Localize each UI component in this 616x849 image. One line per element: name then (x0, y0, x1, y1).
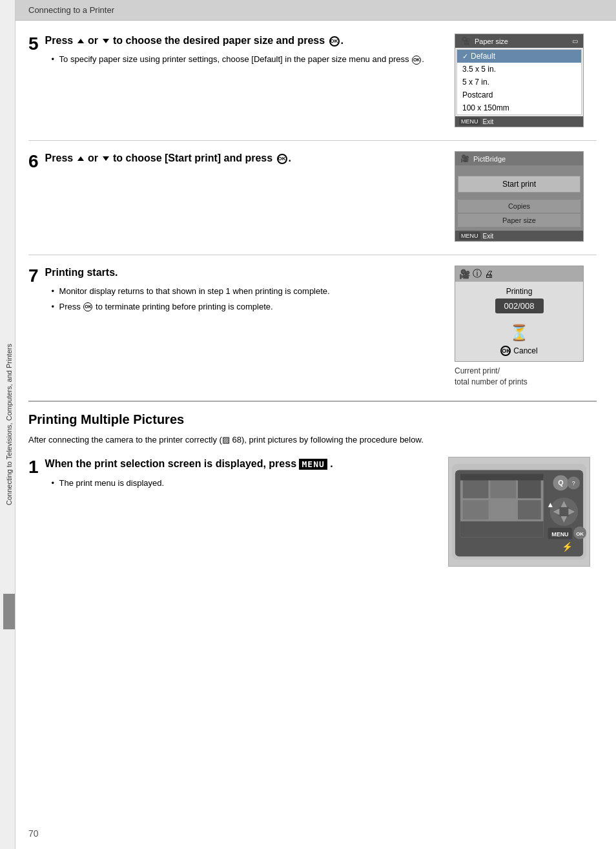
step-5-bullet-1: To specify paper size using printer sett… (52, 53, 424, 66)
ok-circle-icon: OK (500, 346, 511, 356)
screen-row-5x7: 5 x 7 in. (457, 76, 581, 89)
step-1-multi-image: Q ? (448, 457, 597, 567)
step-5-title: Press or to choose the desired paper siz… (45, 34, 424, 48)
pb-paper-size: Paper size (458, 214, 580, 227)
step-7-bullets: Monitor display returns to that shown in… (45, 285, 330, 313)
screen-5-header: 🎥 Paper size ▭ (455, 34, 583, 48)
screen-row-default: ✓ Default (457, 50, 581, 63)
ok-button-icon-5: OK (329, 36, 340, 47)
main-content: Connecting to a Printer 5 Press or (15, 0, 616, 849)
section-heading: Printing Multiple Pictures (28, 412, 597, 427)
step-5-bullets: To specify paper size using printer sett… (45, 53, 424, 66)
step-7-bullet-1: Monitor display returns to that shown in… (52, 285, 330, 298)
svg-rect-7 (490, 501, 516, 520)
screen-5-footer: MENU Exit (455, 116, 583, 127)
header-title: Connecting to a Printer (28, 5, 114, 15)
triangle-down-icon-5 (103, 39, 109, 43)
ok-icon-5b: OK (412, 56, 421, 65)
svg-text:?: ? (572, 481, 575, 487)
print-screen: 🎥 ⓘ 🖨 Printing 002/008 ⏳ OK Cancel (455, 266, 584, 362)
section-intro: After connecting the camera to the print… (28, 434, 597, 447)
info-icon-7: ⓘ (473, 268, 482, 280)
menu-label-5: MENU (459, 118, 480, 125)
ok-icon-7: OK (83, 302, 92, 311)
camera-icon-6: 🎥 (460, 154, 469, 163)
print-caption: Current print/ total number of prints (455, 366, 597, 388)
step-5: 5 Press or to choose the desired paper s… (28, 34, 597, 127)
ok-cancel-row: OK Cancel (460, 346, 578, 356)
step-7: 7 Printing starts. Monitor display retur… (28, 266, 597, 388)
triangle-down-icon-6 (103, 156, 109, 161)
step-7-screen: 🎥 ⓘ 🖨 Printing 002/008 ⏳ OK Cancel (455, 266, 597, 388)
menu-label-6: MENU (459, 232, 480, 240)
print-label: Printing (460, 287, 578, 296)
svg-rect-5 (518, 479, 541, 499)
step-1-multi: 1 When the print selection screen is dis… (28, 457, 597, 567)
cam-icon-7: 🎥 (459, 269, 470, 279)
svg-rect-6 (463, 501, 489, 520)
step-1-bullet-1: The print menu is displayed. (52, 477, 333, 490)
step-1-title: When the print selection screen is displ… (45, 457, 333, 471)
check-icon: ✓ (462, 52, 468, 61)
step-7-title: Printing starts. (45, 266, 330, 280)
scroll-icon-5: ▭ (572, 37, 578, 45)
pb-start-print: Start print (458, 176, 580, 193)
step-1-multi-content: 1 When the print selection screen is dis… (28, 457, 438, 567)
screen-row-postcard: Postcard (457, 89, 581, 101)
triangle-up-icon-6 (77, 156, 84, 161)
ok-button-icon-6: OK (277, 154, 287, 164)
triangle-up-icon-5 (77, 39, 84, 43)
camera-icon-5: 🎥 (460, 36, 471, 46)
step-1-bullets: The print menu is displayed. (45, 477, 333, 490)
step-1-number: 1 (28, 458, 39, 476)
paper-size-screen: 🎥 Paper size ▭ ✓ Default 3.5 x 5 in. (455, 34, 584, 127)
step-5-content: 5 Press or to choose the desired paper s… (28, 34, 444, 127)
pb-footer: MENU Exit (455, 231, 583, 241)
camera-svg: Q ? (449, 457, 590, 567)
step-7-number: 7 (28, 267, 39, 285)
pb-header: 🎥 PictBridge (455, 152, 583, 165)
step-6-title: Press or to choose [Start print] and pre… (45, 151, 291, 165)
svg-text:Q: Q (558, 479, 564, 487)
screen-row-35x5: 3.5 x 5 in. (457, 63, 581, 76)
svg-rect-9 (460, 474, 544, 481)
svg-text:⚡: ⚡ (562, 542, 573, 553)
svg-rect-4 (490, 479, 516, 499)
step-6-screen: 🎥 PictBridge Start print Copies (455, 151, 597, 242)
header-bar: Connecting to a Printer (15, 0, 616, 21)
step-5-screen: 🎥 Paper size ▭ ✓ Default 3.5 x 5 in. (455, 34, 597, 127)
side-label: Connecting to Televisions, Computers, an… (5, 344, 13, 505)
svg-text:OK: OK (576, 531, 584, 537)
step-6-content: 6 Press or to choose [Start print] and p… (28, 151, 444, 242)
print-counter: 002/008 (495, 299, 544, 313)
print-body: Printing 002/008 ⏳ OK Cancel (455, 282, 583, 361)
divider-5-6 (28, 140, 597, 141)
screen-5-body: ✓ Default 3.5 x 5 in. 5 x 7 in. Postcard (457, 49, 582, 115)
print-header-row: 🎥 ⓘ 🖨 (455, 266, 583, 282)
pictbridge-screen: 🎥 PictBridge Start print Copies (455, 151, 584, 242)
hourglass-icon: ⏳ (460, 324, 578, 342)
svg-rect-3 (463, 479, 489, 499)
svg-text:MENU: MENU (551, 531, 568, 538)
step-5-number: 5 (28, 35, 39, 53)
step-7-content: 7 Printing starts. Monitor display retur… (28, 266, 444, 388)
side-column: Connecting to Televisions, Computers, an… (0, 0, 15, 849)
page-number: 70 (28, 828, 39, 839)
divider-6-7 (28, 255, 597, 255)
svg-rect-8 (518, 501, 541, 520)
step-6: 6 Press or to choose [Start print] and p… (28, 151, 597, 242)
menu-key-icon: MENU (299, 459, 327, 470)
main-divider (28, 401, 597, 402)
svg-text:▲: ▲ (547, 500, 555, 509)
screen-row-100x150: 100 x 150mm (457, 101, 581, 114)
pb-copies: Copies (458, 200, 580, 213)
pb-body: Start print Copies Paper size (455, 165, 583, 231)
step-6-number: 6 (28, 152, 39, 171)
svg-rect-10 (460, 521, 544, 538)
step-7-bullet-2: Press OK to terminate printing before pr… (52, 300, 330, 313)
camera-image: Q ? (448, 457, 590, 567)
printer-icon-7: 🖨 (484, 269, 493, 279)
